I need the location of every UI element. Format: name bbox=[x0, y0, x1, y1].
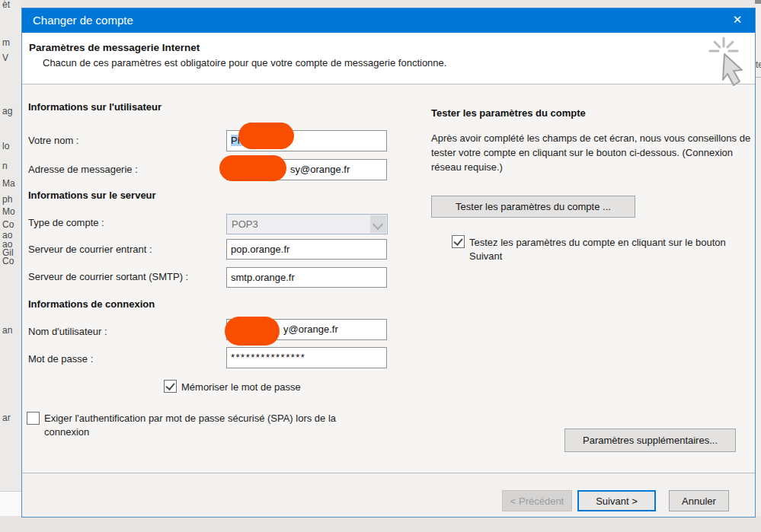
account-type-select: POP3 bbox=[226, 214, 388, 234]
spa-checkbox-label[interactable]: Exiger l'authentification par mot de pas… bbox=[44, 412, 383, 439]
incoming-server-value: pop.orange.fr bbox=[231, 244, 289, 255]
background-text-fragment: èt bbox=[2, 0, 10, 10]
background-text-fragment: ag bbox=[2, 107, 12, 116]
password-input[interactable]: *************** bbox=[226, 347, 387, 368]
background-text-fragment: te bbox=[756, 59, 761, 70]
name-label: Votre nom : bbox=[28, 135, 78, 146]
auto-test-label[interactable]: Testez les paramètres du compte en cliqu… bbox=[469, 236, 742, 263]
password-value: *************** bbox=[231, 352, 305, 363]
back-button: < Précédent bbox=[502, 490, 572, 511]
redaction-blob bbox=[219, 155, 286, 181]
test-settings-button[interactable]: Tester les paramètres du compte ... bbox=[431, 196, 635, 218]
background-text-fragment: m bbox=[2, 38, 10, 48]
background-text-fragment: Co bbox=[2, 220, 14, 230]
background-text-fragment: an bbox=[2, 326, 12, 336]
background-window-edge bbox=[755, 0, 761, 4]
test-settings-description: Après avoir complété les champs de cet é… bbox=[431, 131, 751, 174]
redaction-blob bbox=[225, 317, 280, 346]
close-button[interactable]: ✕ bbox=[720, 8, 755, 33]
background-text-fragment: ph bbox=[2, 195, 12, 205]
dialog-titlebar: Changer de compte ✕ bbox=[22, 8, 755, 33]
close-icon: ✕ bbox=[733, 13, 743, 26]
outgoing-server-input[interactable]: smtp.orange.fr bbox=[226, 267, 387, 288]
background-text-fragment: ar bbox=[2, 413, 11, 423]
dropdown-button bbox=[370, 215, 386, 233]
outgoing-server-value: smtp.orange.fr bbox=[231, 272, 295, 283]
email-value: sy@orange.fr bbox=[290, 160, 350, 180]
incoming-server-input[interactable]: pop.orange.fr bbox=[226, 239, 387, 260]
background-text-fragment: n bbox=[2, 161, 8, 171]
background-bottom-strip: Fermer bbox=[0, 516, 761, 532]
divider bbox=[755, 77, 761, 78]
account-type-label: Type de compte : bbox=[28, 217, 104, 228]
background-right-strip: te bbox=[755, 0, 761, 532]
section-heading-server-info: Informations sur le serveur bbox=[28, 190, 156, 201]
header-title: Paramètres de messagerie Internet bbox=[29, 42, 200, 53]
dialog-footer: < Précédent Suivant > Annuler bbox=[22, 473, 755, 517]
username-suffix: y@orange.fr bbox=[283, 320, 338, 339]
background-text-fragment: Mo bbox=[2, 207, 15, 217]
account-type-value: POP3 bbox=[232, 218, 258, 230]
dialog-title: Changer de compte bbox=[33, 14, 133, 27]
password-label: Mot de passe : bbox=[28, 353, 93, 365]
background-text-fragment: Co bbox=[2, 256, 14, 266]
auto-test-checkbox[interactable] bbox=[452, 235, 465, 248]
remember-password-label[interactable]: Mémoriser le mot de passe bbox=[181, 381, 301, 394]
spa-checkbox[interactable] bbox=[27, 412, 40, 425]
next-button[interactable]: Suivant > bbox=[577, 490, 656, 511]
chevron-down-icon bbox=[373, 219, 383, 230]
background-left-strip: ètmVaglonMaphMoCoaoaoGilCoanar bbox=[0, 0, 21, 532]
background-text-fragment: Ma bbox=[2, 179, 15, 189]
section-heading-user-info: Informations sur l'utilisateur bbox=[28, 101, 161, 113]
email-label: Adresse de messagerie : bbox=[28, 164, 138, 175]
section-heading-logon-info: Informations de connexion bbox=[28, 298, 155, 310]
outgoing-server-label: Serveur de courrier sortant (SMTP) : bbox=[28, 271, 188, 282]
incoming-server-label: Serveur de courrier entrant : bbox=[28, 244, 152, 255]
click-cursor-icon bbox=[704, 36, 748, 89]
redaction-blob bbox=[238, 123, 294, 149]
header-subtitle: Chacun de ces paramètres est obligatoire… bbox=[43, 57, 446, 68]
username-label: Nom d'utilisateur : bbox=[28, 326, 107, 337]
dialog-header: Paramètres de messagerie Internet Chacun… bbox=[22, 33, 755, 84]
more-settings-button[interactable]: Paramètres supplémentaires... bbox=[564, 428, 736, 452]
remember-password-checkbox[interactable] bbox=[164, 380, 177, 393]
cancel-button[interactable]: Annuler bbox=[669, 490, 729, 511]
background-text-fragment: lo bbox=[2, 142, 9, 151]
change-account-dialog: Changer de compte ✕ Paramètres de messag… bbox=[21, 8, 756, 518]
section-heading-test-settings: Tester les paramètres du compte bbox=[431, 107, 586, 119]
background-text-fragment: V bbox=[2, 53, 8, 63]
